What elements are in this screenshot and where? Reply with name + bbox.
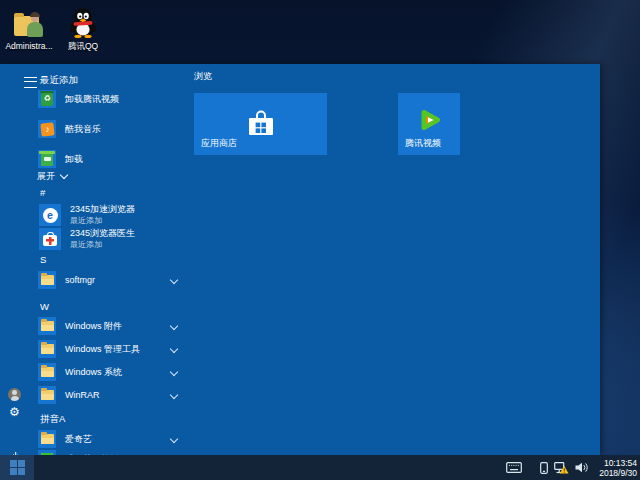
app-list-item-2345-browser[interactable]: 2345加速浏览器 最近添加 — [39, 204, 189, 226]
tile-group-label[interactable]: 浏览 — [194, 70, 212, 83]
section-header-w[interactable]: W — [40, 301, 49, 312]
folder-icon — [38, 386, 56, 404]
app-list-item-kuwo-music[interactable]: 酷我音乐 — [38, 120, 188, 138]
tile-label: 腾讯视频 — [405, 137, 441, 150]
app-list-item-iqiyi[interactable]: 爱奇艺 — [38, 430, 188, 448]
folder-icon — [38, 340, 56, 358]
user-folder-icon — [14, 12, 44, 38]
tile-tencent-video[interactable]: 腾讯视频 — [398, 93, 460, 155]
keyboard-icon[interactable] — [506, 462, 522, 473]
folder-icon — [38, 363, 56, 381]
person-head-icon — [31, 14, 39, 22]
system-tray: 10:13:54 2018/9/30 — [506, 458, 640, 478]
windows-logo-icon — [10, 460, 25, 475]
tencent-video-play-icon — [416, 107, 442, 133]
uninstall-bin-lid-icon — [38, 150, 56, 168]
app-list-item-uninstall[interactable]: 卸载 — [38, 150, 188, 168]
uninstall-bin-icon — [38, 90, 56, 108]
start-menu: 最近添加 卸载腾讯视频 酷我音乐 卸载 展开 # 2345加速浏览器 最近添加 — [0, 64, 600, 455]
desktop-icon-label: Administra... — [5, 41, 52, 51]
kuwo-music-icon — [38, 120, 56, 138]
folder-icon — [38, 271, 56, 289]
administrator-folder-icon — [14, 6, 44, 38]
portable-device-icon[interactable] — [540, 462, 548, 474]
settings-gear-icon[interactable] — [9, 402, 20, 420]
tile-app-store[interactable]: 应用商店 — [194, 93, 327, 155]
person-body-icon — [27, 22, 43, 37]
app-list-item-uninstall-tencent-video[interactable]: 卸载腾讯视频 — [38, 90, 188, 108]
qq-penguin-icon — [68, 6, 98, 38]
store-bag-icon — [246, 110, 276, 138]
app-list-item-softmgr[interactable]: softmgr — [38, 271, 188, 289]
folder-icon — [38, 430, 56, 448]
taskbar-clock[interactable]: 10:13:54 2018/9/30 — [595, 458, 637, 478]
desktop-icon-tencent-qq[interactable]: 腾讯QQ — [56, 6, 110, 53]
app-list-item-windows-system[interactable]: Windows 系统 — [38, 363, 188, 381]
volume-icon[interactable] — [575, 462, 589, 473]
2345-speed-browser-icon — [39, 204, 61, 226]
desktop-icon-label: 腾讯QQ — [68, 41, 98, 53]
section-header-pinyin-a[interactable]: 拼音A — [40, 413, 65, 426]
section-header-s[interactable]: S — [40, 254, 46, 265]
app-list-item-2345-browser-doctor[interactable]: 2345浏览器医生 最近添加 — [39, 228, 189, 250]
taskbar: 10:13:54 2018/9/30 — [0, 455, 640, 480]
expand-button[interactable]: 展开 — [37, 170, 67, 183]
desktop: Administra... 腾讯QQ — [0, 0, 640, 480]
clock-date: 2018/9/30 — [599, 468, 637, 478]
app-list-item-windows-admin-tools[interactable]: Windows 管理工具 — [38, 340, 188, 358]
clock-time: 10:13:54 — [599, 458, 637, 468]
app-list-item-windows-accessories[interactable]: Windows 附件 — [38, 317, 188, 335]
recently-added-header: 最近添加 — [40, 74, 78, 87]
app-list-item-winrar[interactable]: WinRAR — [38, 386, 188, 404]
first-aid-kit-icon — [39, 228, 61, 250]
chevron-down-icon — [60, 171, 68, 179]
folder-icon — [38, 317, 56, 335]
user-avatar-button[interactable] — [8, 388, 21, 401]
tile-label: 应用商店 — [201, 137, 237, 150]
desktop-icon-administrator[interactable]: Administra... — [2, 6, 56, 51]
hamburger-menu-button[interactable] — [24, 77, 37, 88]
section-header-hash[interactable]: # — [40, 187, 45, 198]
network-warning-icon[interactable] — [554, 462, 569, 474]
start-button[interactable] — [0, 455, 34, 480]
